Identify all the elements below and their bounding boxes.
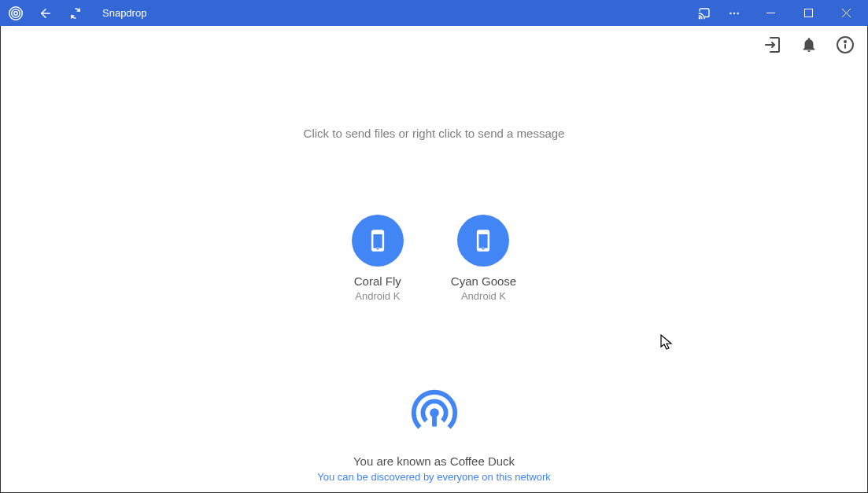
- svg-point-3: [699, 17, 700, 19]
- peer-coral-fly[interactable]: Coral Fly Android K: [352, 215, 404, 302]
- minimize-button[interactable]: [753, 0, 788, 26]
- known-prefix: You are known as: [353, 454, 450, 468]
- svg-point-6: [737, 12, 738, 13]
- app-logo-icon: [5, 2, 27, 24]
- peers-list: Coral Fly Android K Cyan Goose Android K: [1, 215, 867, 302]
- maximize-button[interactable]: [791, 0, 826, 26]
- peer-name: Coral Fly: [354, 274, 401, 288]
- svg-point-13: [844, 41, 846, 42]
- cast-icon[interactable]: [693, 2, 715, 24]
- install-icon[interactable]: [762, 34, 784, 56]
- top-actions: [762, 34, 856, 56]
- cursor-icon: [660, 334, 676, 355]
- info-icon[interactable]: [834, 34, 856, 56]
- titlebar-title: Snapdrop: [102, 7, 146, 19]
- peer-device: Android K: [355, 290, 400, 302]
- svg-point-4: [729, 12, 731, 13]
- phone-icon: [457, 215, 509, 267]
- discover-text: You can be discovered by everyone on thi…: [317, 471, 551, 483]
- more-button[interactable]: [723, 2, 745, 24]
- known-name: Coffee Duck: [450, 454, 515, 468]
- titlebar: Snapdrop: [0, 0, 868, 26]
- svg-point-0: [14, 11, 18, 15]
- svg-point-1: [12, 9, 20, 17]
- wifi-tethering-icon: [407, 385, 462, 443]
- svg-rect-8: [804, 9, 812, 17]
- back-button[interactable]: [35, 2, 57, 24]
- titlebar-right: [693, 0, 863, 26]
- phone-icon: [352, 215, 404, 267]
- peer-device: Android K: [461, 290, 506, 302]
- known-as-text: You are known as Coffee Duck: [353, 454, 515, 468]
- hint-text: Click to send files or right click to se…: [1, 127, 867, 140]
- peer-name: Cyan Goose: [451, 274, 516, 288]
- refresh-button[interactable]: [65, 2, 87, 24]
- svg-point-5: [733, 12, 735, 13]
- notifications-icon[interactable]: [798, 34, 820, 56]
- titlebar-left: Snapdrop: [5, 2, 146, 24]
- footer: You are known as Coffee Duck You can be …: [1, 385, 867, 483]
- app-content: Click to send files or right click to se…: [1, 26, 867, 492]
- peer-cyan-goose[interactable]: Cyan Goose Android K: [451, 215, 516, 302]
- close-button[interactable]: [829, 0, 863, 26]
